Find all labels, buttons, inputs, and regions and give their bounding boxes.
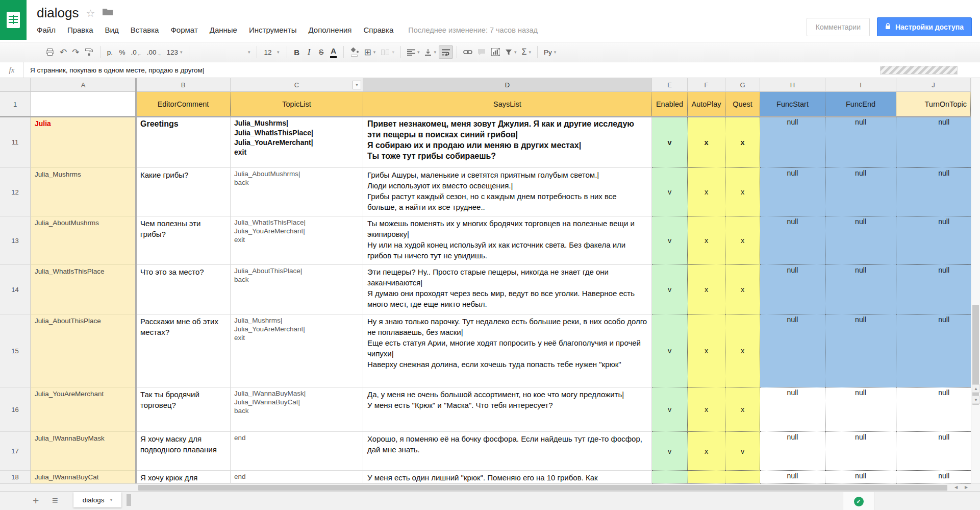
column-header-f[interactable]: F <box>688 78 725 92</box>
cell-j13[interactable]: null <box>896 216 971 265</box>
cell-e11[interactable]: v <box>652 117 688 168</box>
cell-a13[interactable]: Julia_AboutMushrms <box>31 216 136 265</box>
cell-b13[interactable]: Чем полезны эти грибы? <box>136 216 231 265</box>
cell-h1[interactable]: FuncStart <box>760 92 825 117</box>
cell-a16[interactable]: Julia_YouAreMerchant <box>31 387 136 432</box>
cell-a17[interactable]: Julia_IWannaBuyMask <box>31 432 136 471</box>
cell-b12[interactable]: Какие грибы? <box>136 168 231 216</box>
tab-scroll-grip[interactable] <box>127 494 131 506</box>
cell-j1[interactable]: TurnOnTopic <box>896 92 971 117</box>
cell-i17[interactable]: null <box>825 432 896 471</box>
cell-j15[interactable]: null <box>896 314 971 387</box>
cell-e16[interactable]: v <box>652 387 688 432</box>
menu-insert[interactable]: Вставка <box>131 26 159 34</box>
sheet-tab-dialogs[interactable]: dialogs ▾ <box>73 492 121 507</box>
row-header-15[interactable]: 15 <box>0 314 31 387</box>
filter-button[interactable]: ▾ <box>502 45 519 59</box>
vertical-scrollbar[interactable]: ▲ ▼ <box>971 78 980 483</box>
cell-g13[interactable]: x <box>725 216 760 265</box>
row-header-11[interactable]: 11 <box>0 117 31 168</box>
cell-b18[interactable]: Я хочу крюк для <box>136 471 231 483</box>
cell-c16[interactable]: Julia_IWannaBuyMask| Julia_IWannaBuyCat|… <box>231 387 363 432</box>
cell-h14[interactable]: null <box>760 265 825 314</box>
column-header-b[interactable]: B <box>136 78 231 92</box>
horizontal-scrollbar-thumb[interactable] <box>138 485 947 491</box>
column-header-h[interactable]: H <box>760 78 825 92</box>
row-header-18[interactable]: 18 <box>0 471 31 483</box>
menu-tools[interactable]: Инструменты <box>249 26 297 34</box>
last-edit-status[interactable]: Последнее изменение: 7 часов назад <box>408 26 538 34</box>
currency-format-button[interactable]: р. <box>104 45 116 59</box>
cell-f11[interactable]: x <box>688 117 725 168</box>
column-header-j[interactable]: J <box>896 78 971 92</box>
cell-c11[interactable]: Julia_Mushrms| Julia_WhatIsThisPlace| Ju… <box>231 117 363 168</box>
cell-e12[interactable]: v <box>652 168 688 216</box>
cell-f14[interactable]: x <box>688 265 725 314</box>
undo-button[interactable]: ↶ <box>57 45 69 59</box>
column-header-i[interactable]: I <box>825 78 896 92</box>
cell-a12[interactable]: Julia_Mushrms <box>31 168 136 216</box>
cell-b15[interactable]: Расскажи мне об этих местах? <box>136 314 231 387</box>
cell-i1[interactable]: FuncEnd <box>825 92 896 117</box>
cell-b17[interactable]: Я хочу маску для подводного плавания <box>136 432 231 471</box>
cell-e13[interactable]: v <box>652 216 688 265</box>
cell-g1[interactable]: Quest <box>725 92 760 117</box>
row-header-13[interactable]: 13 <box>0 216 31 265</box>
cell-f12[interactable]: x <box>688 168 725 216</box>
cell-e17[interactable]: v <box>652 432 688 471</box>
cell-g12[interactable]: x <box>725 168 760 216</box>
menu-help[interactable]: Справка <box>363 26 393 34</box>
cell-c15[interactable]: Julia_Mushrms| Julia_YouAreMerchant| exi… <box>231 314 363 387</box>
star-icon[interactable]: ☆ <box>86 8 95 18</box>
cell-h13[interactable]: null <box>760 216 825 265</box>
font-family-dropdown[interactable]: ▾ <box>193 45 253 59</box>
select-all-corner[interactable] <box>0 78 31 92</box>
cell-e18[interactable] <box>652 471 688 483</box>
cell-i16[interactable]: null <box>825 387 896 432</box>
row-header-17[interactable]: 17 <box>0 432 31 471</box>
cell-g18[interactable] <box>725 471 760 483</box>
menu-edit[interactable]: Правка <box>67 26 93 34</box>
cell-c17[interactable]: end <box>231 432 363 471</box>
fill-color-button[interactable] <box>347 45 362 59</box>
cell-d1[interactable]: SaysList <box>363 92 652 117</box>
text-color-button[interactable]: A <box>328 45 340 59</box>
comments-button[interactable]: Комментарии <box>807 18 870 36</box>
column-header-e[interactable]: E <box>652 78 688 92</box>
strikethrough-button[interactable]: S <box>315 45 328 59</box>
scroll-left-button[interactable]: ◀ <box>951 483 961 491</box>
font-size-dropdown[interactable]: 12▾ <box>261 45 283 59</box>
cell-j16[interactable]: null <box>896 387 971 432</box>
cell-f18[interactable] <box>688 471 725 483</box>
cell-h11[interactable]: null <box>760 117 825 168</box>
cell-a1[interactable] <box>31 92 136 117</box>
cell-c12[interactable]: Julia_AboutMushrms| back <box>231 168 363 216</box>
row-header-16[interactable]: 16 <box>0 387 31 432</box>
cell-i12[interactable]: null <box>825 168 896 216</box>
share-button[interactable]: Настройки доступа <box>877 17 972 36</box>
cell-j11[interactable]: null <box>896 117 971 168</box>
column-header-d[interactable]: D <box>363 78 652 92</box>
menu-format[interactable]: Формат <box>170 26 197 34</box>
cell-f13[interactable]: x <box>688 216 725 265</box>
cell-d18[interactable]: У меня есть один лишний "крюк". Поменяю … <box>363 471 652 483</box>
insert-chart-button[interactable] <box>488 45 502 59</box>
cell-h15[interactable]: null <box>760 314 825 387</box>
redo-button[interactable]: ↷ <box>69 45 82 59</box>
cell-b11[interactable]: Greetings <box>136 117 231 168</box>
column-header-c[interactable]: C▾ <box>231 78 363 92</box>
cell-i14[interactable]: null <box>825 265 896 314</box>
vertical-align-button[interactable]: ▾ <box>422 45 439 59</box>
cell-j18[interactable]: null <box>896 471 971 483</box>
input-tools-button[interactable]: Ру▾ <box>541 45 559 59</box>
cell-j12[interactable]: null <box>896 168 971 216</box>
cell-e14[interactable]: v <box>652 265 688 314</box>
menu-data[interactable]: Данные <box>210 26 237 34</box>
insert-comment-button[interactable] <box>475 45 488 59</box>
italic-button[interactable]: I <box>303 45 315 59</box>
filter-dropdown-icon[interactable]: ▾ <box>353 81 361 89</box>
cell-a14[interactable]: Julia_WhatIsThisPlace <box>31 265 136 314</box>
formula-input[interactable]: Я странник, покупаю в одном месте, прода… <box>30 66 204 74</box>
document-title[interactable]: dialogs <box>37 5 79 21</box>
cell-h17[interactable]: null <box>760 432 825 471</box>
